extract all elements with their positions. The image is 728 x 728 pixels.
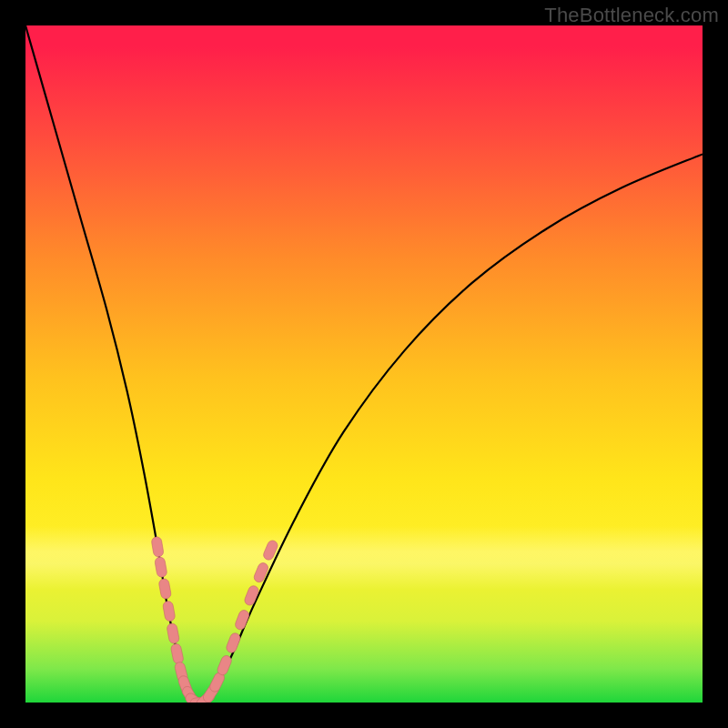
- curve-marker: [180, 684, 199, 703]
- curve-marker: [195, 690, 217, 703]
- curve-marker: [262, 539, 279, 561]
- curve-marker: [167, 622, 180, 644]
- outer-frame: TheBottleneck.com: [0, 0, 728, 728]
- curve-marker: [189, 696, 210, 703]
- curve-marker: [170, 643, 184, 665]
- curve-marker: [151, 536, 164, 558]
- watermark-text: TheBottleneck.com: [544, 4, 719, 27]
- curve-marker: [154, 556, 167, 578]
- curve-marker: [208, 671, 227, 693]
- curve-marker: [158, 578, 172, 600]
- curve-marker: [201, 682, 220, 703]
- curve-marker: [234, 609, 250, 631]
- curve-layer: [25, 25, 703, 703]
- curve-marker: [162, 601, 176, 622]
- curve-marker: [184, 692, 206, 703]
- marker-group: [151, 536, 279, 703]
- curve-marker: [225, 632, 241, 653]
- curve-marker: [177, 674, 194, 696]
- bottleneck-curve: [25, 25, 703, 703]
- curve-marker: [253, 561, 270, 584]
- curve-marker: [216, 654, 233, 677]
- curve-marker: [174, 661, 188, 682]
- curve-marker: [243, 584, 259, 607]
- plot-area: [25, 25, 703, 703]
- highlight-band: [25, 526, 703, 590]
